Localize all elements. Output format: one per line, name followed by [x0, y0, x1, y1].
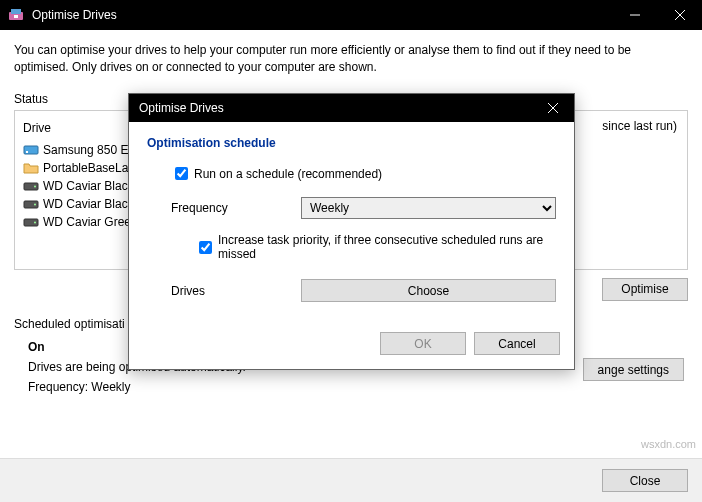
- run-on-schedule-checkbox[interactable]: [175, 167, 188, 180]
- footer: Close: [0, 458, 702, 502]
- close-window-button[interactable]: Close: [602, 469, 688, 492]
- svg-point-13: [34, 221, 36, 223]
- ssd-icon: [23, 142, 39, 158]
- dialog-heading: Optimisation schedule: [147, 136, 556, 150]
- svg-point-11: [34, 203, 36, 205]
- close-button[interactable]: [657, 0, 702, 30]
- watermark: wsxdn.com: [641, 438, 696, 450]
- hdd-icon: [23, 214, 39, 230]
- dialog-title: Optimise Drives: [139, 101, 538, 115]
- drive-name: PortableBaseLay: [43, 161, 134, 175]
- increase-priority-label: Increase task priority, if three consecu…: [218, 233, 556, 261]
- drives-label: Drives: [171, 284, 301, 298]
- schedule-dialog: Optimise Drives Optimisation schedule Ru…: [128, 93, 575, 370]
- change-settings-button[interactable]: ange settings: [583, 358, 684, 381]
- hdd-icon: [23, 178, 39, 194]
- hdd-icon: [23, 196, 39, 212]
- frequency-select[interactable]: Weekly: [301, 197, 556, 219]
- frequency-label: Frequency: [171, 201, 301, 215]
- svg-rect-2: [14, 15, 18, 18]
- window-title: Optimise Drives: [32, 8, 612, 22]
- drive-name: WD Caviar Black: [43, 197, 134, 211]
- svg-rect-1: [11, 9, 21, 14]
- choose-drives-button[interactable]: Choose: [301, 279, 556, 302]
- folder-icon: [23, 160, 39, 176]
- ok-button[interactable]: OK: [380, 332, 466, 355]
- main-titlebar: Optimise Drives: [0, 0, 702, 30]
- optimise-button[interactable]: Optimise: [602, 278, 688, 301]
- svg-rect-7: [26, 151, 28, 153]
- drive-name: WD Caviar Black: [43, 179, 134, 193]
- cancel-button[interactable]: Cancel: [474, 332, 560, 355]
- app-icon: [8, 7, 24, 23]
- dialog-close-button[interactable]: [538, 94, 568, 122]
- drive-name: WD Caviar Green: [43, 215, 138, 229]
- minimize-button[interactable]: [612, 0, 657, 30]
- run-on-schedule-label: Run on a schedule (recommended): [194, 167, 382, 181]
- svg-point-9: [34, 185, 36, 187]
- description-text: You can optimise your drives to help you…: [14, 42, 688, 76]
- increase-priority-checkbox[interactable]: [199, 241, 212, 254]
- dialog-titlebar: Optimise Drives: [129, 94, 574, 122]
- since-last-run-label: since last run): [602, 119, 677, 133]
